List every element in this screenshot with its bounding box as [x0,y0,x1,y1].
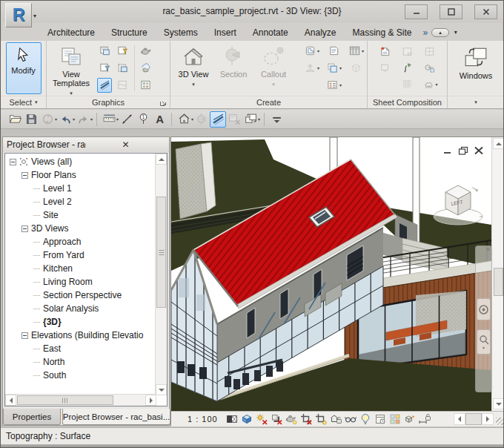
cut-profile-button[interactable] [115,78,130,93]
dialog-launcher-icon[interactable] [159,99,168,107]
zoom-button[interactable]: ▾ [477,329,491,355]
scroll-up-button[interactable] [156,154,167,165]
view-reference-button[interactable] [422,61,437,76]
application-menu-button[interactable]: R [5,3,32,27]
render-button[interactable] [138,44,153,59]
tree-item-level-2[interactable]: Level 2 [5,195,155,208]
sheet-view-button[interactable] [422,45,437,59]
scroll-down-button[interactable] [156,384,167,395]
view-minimize-icon[interactable] [441,145,454,156]
thin-lines-button[interactable] [97,78,112,93]
matchline-button[interactable] [400,61,415,76]
graphics-panel-label[interactable]: Graphics [47,96,170,108]
viewbar-reveal-constraints-button[interactable] [418,412,432,426]
filters-button[interactable] [115,44,130,59]
create-panel-label[interactable]: Create [170,96,367,108]
windows-panel-label[interactable]: ▾ [448,96,504,108]
tree-item-east[interactable]: East [5,342,155,355]
tree-expander-icon[interactable] [10,159,16,165]
tree-item--3d-[interactable]: {3D} [5,315,155,329]
drafting-view-button[interactable] [326,44,341,59]
section-button[interactable]: Section [215,42,252,94]
tree-item-south[interactable]: South [5,369,155,382]
project-browser-close-icon[interactable]: ✕ [86,139,165,150]
visibility-graphics-button[interactable] [97,44,112,59]
tree-item-from-yard[interactable]: From Yard [5,248,155,262]
tree-horizontal-scrollbar[interactable] [5,394,156,406]
resize-grip[interactable] [496,418,503,425]
qat-synchronize-button[interactable] [39,111,56,128]
tree-item-north[interactable]: North [5,355,155,369]
canvas-vertical-scrollbar[interactable] [491,137,504,411]
tree-expander-icon[interactable] [21,225,28,232]
qat-open-button[interactable] [7,111,23,128]
qat-save-button[interactable] [23,111,39,128]
scroll-right-button[interactable] [145,395,156,406]
schedules-button[interactable] [348,44,362,59]
select-panel-label[interactable]: Select▾ [1,96,46,108]
qat-default-3d-view-button[interactable] [176,111,192,128]
new-sheet-button[interactable] [378,45,393,59]
apply-filter-button[interactable] [115,61,130,76]
legends-dropdown-icon[interactable]: ▾ [339,82,342,88]
tree-item-approach[interactable]: Approach [5,235,155,248]
tree-item-site[interactable]: Site [5,208,155,222]
viewbar-unlocked-3d-button[interactable] [329,412,343,426]
plan-views-dropdown-icon[interactable]: ▾ [317,48,319,53]
tab-annotate[interactable]: Annotate [245,25,296,40]
viewbar-crop-view-button[interactable] [299,412,314,426]
panel-tab-properties[interactable]: Properties [3,409,61,425]
viewbar-temp-view-props-button[interactable] [374,412,388,426]
qat-tag-by-category-button[interactable]: 1 [135,111,151,128]
viewbar-show-crop-button[interactable] [314,412,328,426]
qat-switch-windows-dropdown-icon[interactable]: ▾ [258,116,260,122]
tree-item-living-room[interactable]: Living Room [5,275,155,289]
tree-expander-icon[interactable] [21,332,28,339]
tab-structure[interactable]: Structure [103,25,156,40]
maximize-button[interactable] [440,4,462,19]
qat-switch-windows-button[interactable] [242,111,259,128]
viewbar-render-dialog-button[interactable] [285,412,299,426]
modify-button[interactable]: Modify [6,42,42,94]
qat-undo-button[interactable] [57,111,73,128]
render-gallery-button[interactable] [138,78,153,93]
elevation-button[interactable] [303,61,318,76]
viewbar-sun-path-button[interactable] [255,412,269,426]
tree-item-kitchen[interactable]: Kitchen [5,262,155,275]
tab-insert[interactable]: Insert [206,25,245,40]
plan-views-button[interactable] [303,44,318,59]
3d-view-button[interactable]: 3D View▾ [175,42,212,94]
viewbar-detail-level-button[interactable] [225,412,239,426]
viewbar-visual-style-button[interactable] [240,412,254,426]
duplicate-view-dropdown-icon[interactable]: ▾ [339,65,342,70]
qat-redo-button[interactable] [75,111,91,128]
viewbar-shadows-button[interactable] [270,412,284,426]
viewbar-worksharing-button[interactable] [388,412,402,426]
tree-item-elevations-building-elevatio[interactable]: Elevations (Building Elevatio [5,329,155,342]
render-in-cloud-button[interactable] [138,61,153,76]
tab-analyze[interactable]: Analyze [296,25,345,40]
tree-item-solar-analysis[interactable]: Solar Analysis [5,302,155,315]
scope-box-button[interactable] [348,61,363,76]
viewbar-temp-hide-button[interactable] [344,412,358,426]
revisions-dropdown-icon[interactable]: ▾ [435,82,437,87]
viewbar-reveal-hidden-button[interactable] [359,412,373,426]
close-button[interactable] [474,4,497,19]
steering-wheel-button[interactable] [477,298,491,320]
scroll-down-button[interactable] [493,398,504,409]
duplicate-view-button[interactable] [325,61,340,76]
qat-measure-button[interactable] [101,111,117,128]
tree-item-level-1[interactable]: Level 1 [5,182,155,195]
qat-aligned-dimension-button[interactable] [119,111,135,128]
tree-item-3d-views[interactable]: 3D Views [5,222,155,235]
qat-text-button[interactable]: A [151,111,168,128]
panel-tab-project-browser-rac-basi[interactable]: Project Browser - rac_basi... [62,409,170,425]
ribbon-minimize-caret-icon[interactable]: ▾ [454,29,457,36]
tab-architecture[interactable]: Architecture [39,25,103,40]
tab-systems[interactable]: Systems [156,25,206,40]
ribbon-minimize-button[interactable]: ▴ [431,28,449,37]
minimize-button[interactable] [405,4,428,19]
canvas-horizontal-scrollbar[interactable] [454,413,494,425]
scroll-up-button[interactable] [493,138,504,149]
schedules-dropdown-icon[interactable]: ▾ [362,48,364,53]
